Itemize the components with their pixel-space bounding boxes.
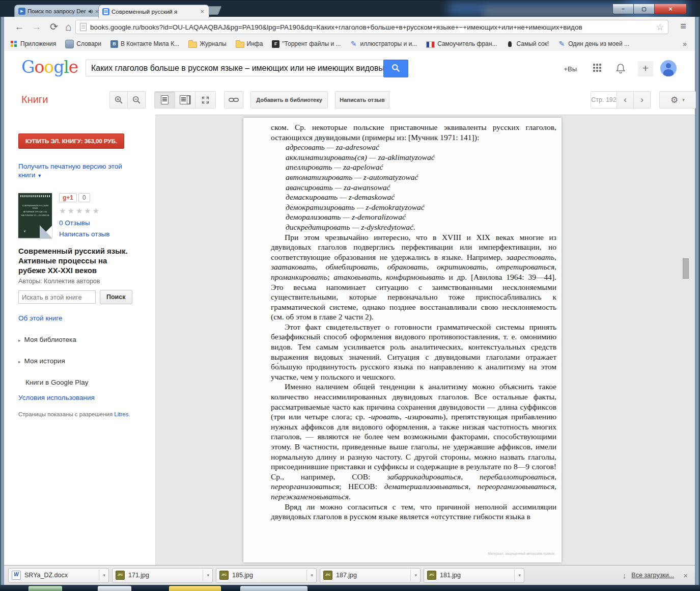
buy-ebook-button[interactable]: КУПИТЬ ЭЛ. КНИГУ: 363,00 РУБ.	[18, 133, 124, 149]
windows-taskbar	[0, 585, 700, 591]
bookmark-star-icon[interactable]: ☆	[656, 22, 664, 33]
single-page-view-button[interactable]	[154, 91, 175, 109]
bookmark-item[interactable]: Словари	[65, 40, 101, 48]
gplus-count: 0	[78, 193, 90, 202]
chevron-down-icon[interactable]: ▾	[410, 570, 417, 581]
terms-of-use-link[interactable]: Условия использования	[18, 394, 155, 401]
bookmarks-overflow-icon[interactable]: »	[683, 40, 687, 48]
book-search-button[interactable]: Поиск	[100, 290, 132, 304]
download-filename: 181.jpg	[440, 572, 514, 579]
address-bar[interactable]: books.google.ru/books?id=OU-LAQAAQBAJ&pg…	[75, 20, 668, 34]
google-logo[interactable]: Google	[21, 57, 78, 77]
share-link-button[interactable]	[224, 91, 243, 109]
bookmark-label: Инфа	[247, 40, 263, 47]
apps-grid-icon[interactable]	[593, 64, 602, 73]
two-page-icon	[180, 95, 187, 104]
my-library-item[interactable]: ▸Моя библиотека	[18, 336, 155, 343]
chevron-down-icon[interactable]: ▾	[203, 570, 209, 581]
bookmark-label: Приложения	[20, 40, 56, 47]
single-page-icon	[161, 95, 169, 104]
tab-search-der[interactable]: ▶ Поиск по запросу Der ×	[14, 5, 104, 17]
back-button[interactable]: ←	[12, 20, 26, 34]
bookmark-label: Самый сок!	[516, 40, 549, 47]
bookmark-item[interactable]: ✎Один день из моей ...	[558, 40, 629, 48]
verb-pair: деморализовать — z-demoralizować	[286, 212, 556, 222]
download-item[interactable]: SRYa_DZ.docx▾	[8, 568, 109, 583]
verb-pair: авансировать — za-awansować	[286, 182, 556, 193]
bookmark-item[interactable]: Журналы	[188, 40, 226, 48]
zoom-in-button[interactable]	[109, 91, 128, 109]
google-header: Google +Вы +	[4, 51, 695, 86]
plus-you-link[interactable]: +Вы	[564, 65, 577, 73]
my-history-item[interactable]: ▸Моя история	[18, 357, 155, 365]
zoom-out-button[interactable]	[127, 91, 146, 109]
viewer-scrollbar-thumb[interactable]	[683, 258, 689, 279]
download-filename: SRYa_DZ.docx	[24, 572, 99, 579]
chrome-menu-icon[interactable]: ≡	[676, 20, 691, 34]
download-item[interactable]: 187.jpg▾	[320, 568, 421, 583]
books-toolbar: Книги	[4, 86, 695, 115]
bookmark-item[interactable]: Самоучитель фран...	[426, 40, 497, 48]
tab-google-books[interactable]: Современный русский я ×	[98, 5, 209, 18]
pencil-icon: ✎	[350, 40, 357, 48]
settings-gear-button[interactable]: ⚙ ▾	[659, 91, 696, 109]
google-play-books-link[interactable]: Книги в Google Play	[25, 379, 155, 386]
write-review-link[interactable]: Написать отзыв	[59, 230, 110, 238]
taskbar-button[interactable]	[29, 586, 62, 591]
tab-close-icon[interactable]: ×	[199, 8, 205, 15]
audio-speaker-icon[interactable]	[88, 9, 94, 14]
chevron-down-icon[interactable]: ▾	[306, 570, 313, 581]
gplus-button[interactable]: g+1	[59, 193, 77, 202]
all-downloads-link[interactable]: Все загрузки...	[631, 572, 674, 579]
bookmark-item[interactable]: Приложения	[10, 40, 56, 48]
dict-icon	[65, 40, 74, 48]
downloads-bar-close-icon[interactable]: ×	[683, 571, 688, 580]
book-viewer: ском. Ср. некоторые польские приставочны…	[155, 115, 695, 566]
bookmarks-bar: ПриложенияСловариBВ Контакте Мила К...Жу…	[4, 37, 695, 51]
about-book-link[interactable]: Об этой книге	[18, 314, 155, 322]
paragraph: ском. Ср. некоторые польские приставочны…	[271, 122, 556, 142]
next-page-button[interactable]: ›	[633, 91, 651, 109]
chevron-down-icon[interactable]: ▾	[99, 570, 105, 581]
book-title: Современный русский язык. Активные проце…	[18, 246, 131, 275]
notifications-bell-icon[interactable]	[615, 63, 626, 74]
previous-page-button[interactable]: ‹	[617, 91, 634, 109]
url-text[interactable]: books.google.ru/books?id=OU-LAQAAQBAJ&pg…	[90, 23, 653, 31]
reload-button[interactable]: ⟳	[47, 20, 61, 34]
search-input[interactable]	[86, 60, 394, 76]
download-item[interactable]: 171.jpg▾	[112, 568, 213, 583]
books-section-label[interactable]: Книги	[21, 94, 48, 105]
fullscreen-button[interactable]	[195, 91, 216, 109]
share-plus-button[interactable]: +	[638, 61, 653, 76]
bookmark-item[interactable]: ✎иллюстраторы и и...	[350, 40, 417, 48]
download-item[interactable]: 185.jpg▾	[216, 568, 317, 583]
chevron-down-icon[interactable]: ▾	[514, 570, 521, 581]
taskbar-button[interactable]	[240, 586, 307, 591]
minimize-button[interactable]: –	[612, 4, 633, 14]
home-button[interactable]: ⌂	[61, 20, 75, 34]
reviews-count-link[interactable]: 0 Отзывы	[59, 219, 110, 227]
close-window-button[interactable]: ×	[655, 4, 687, 14]
taskbar-button[interactable]	[98, 586, 131, 591]
add-to-library-button[interactable]: Добавить в библиотеку	[250, 91, 328, 109]
download-filename: 187.jpg	[336, 572, 410, 579]
account-avatar[interactable]	[660, 60, 677, 76]
search-in-book-input[interactable]	[18, 290, 96, 304]
get-print-version-link[interactable]: Получить печатную версию этой книги ▼	[18, 162, 128, 180]
two-page-view-button[interactable]	[175, 91, 195, 109]
bookmark-item[interactable]: Самый сок!	[506, 40, 549, 48]
copyright-watermark: Материал, защищенный авторским правом	[488, 549, 554, 559]
forward-button[interactable]: →	[30, 20, 44, 34]
maximize-button[interactable]: ▢	[633, 4, 655, 14]
bookmark-item[interactable]: F"Торрент файлы и ...	[272, 40, 341, 48]
search-button[interactable]	[383, 60, 408, 77]
litres-link[interactable]: Litres	[114, 411, 128, 417]
bookmark-item[interactable]: BВ Контакте Мила К...	[110, 40, 179, 48]
page-number-input[interactable]: Стр. 192	[591, 91, 617, 109]
download-item[interactable]: 181.jpg▾	[424, 568, 524, 583]
taskbar-button[interactable]	[169, 586, 221, 591]
verb-pair: адресовать — za-adresować	[286, 142, 556, 152]
write-review-button[interactable]: Написать отзыв	[335, 91, 389, 109]
bookmark-item[interactable]: Инфа	[236, 40, 263, 48]
play-favicon-icon: ▶	[18, 8, 25, 15]
